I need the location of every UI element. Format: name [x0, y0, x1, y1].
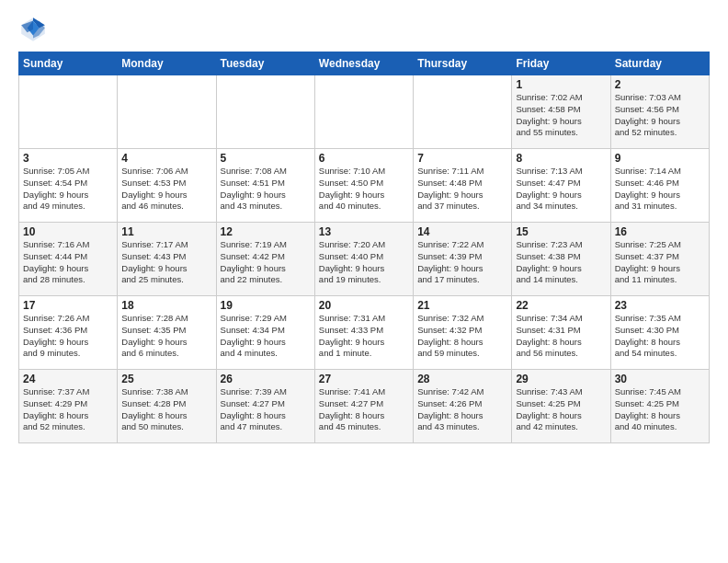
day-info: Sunrise: 7:35 AM Sunset: 4:30 PM Dayligh…: [615, 313, 705, 360]
day-info: Sunrise: 7:16 AM Sunset: 4:44 PM Dayligh…: [23, 239, 113, 286]
calendar-cell: [314, 75, 413, 149]
day-number: 7: [417, 152, 507, 165]
calendar-cell: 23Sunrise: 7:35 AM Sunset: 4:30 PM Dayli…: [610, 296, 709, 370]
calendar-body: 1Sunrise: 7:02 AM Sunset: 4:58 PM Daylig…: [19, 75, 710, 443]
day-info: Sunrise: 7:03 AM Sunset: 4:56 PM Dayligh…: [615, 92, 705, 139]
calendar: SundayMondayTuesdayWednesdayThursdayFrid…: [18, 52, 710, 443]
day-number: 29: [516, 373, 606, 385]
calendar-cell: 25Sunrise: 7:38 AM Sunset: 4:28 PM Dayli…: [118, 370, 216, 443]
calendar-cell: 12Sunrise: 7:19 AM Sunset: 4:42 PM Dayli…: [216, 223, 314, 296]
day-number: 2: [615, 78, 705, 91]
calendar-cell: 2Sunrise: 7:03 AM Sunset: 4:56 PM Daylig…: [610, 75, 709, 149]
calendar-cell: 30Sunrise: 7:45 AM Sunset: 4:25 PM Dayli…: [610, 370, 709, 443]
day-number: 19: [221, 299, 311, 312]
weekday-header-friday: Friday: [512, 52, 610, 75]
calendar-cell: 11Sunrise: 7:17 AM Sunset: 4:43 PM Dayli…: [118, 223, 216, 296]
day-number: 16: [615, 225, 705, 238]
calendar-cell: 14Sunrise: 7:22 AM Sunset: 4:39 PM Dayli…: [414, 223, 512, 296]
calendar-cell: 7Sunrise: 7:11 AM Sunset: 4:48 PM Daylig…: [414, 149, 512, 223]
day-info: Sunrise: 7:20 AM Sunset: 4:40 PM Dayligh…: [319, 239, 409, 286]
day-info: Sunrise: 7:31 AM Sunset: 4:33 PM Dayligh…: [319, 313, 409, 360]
day-info: Sunrise: 7:22 AM Sunset: 4:39 PM Dayligh…: [417, 239, 507, 286]
day-info: Sunrise: 7:29 AM Sunset: 4:34 PM Dayligh…: [221, 313, 311, 360]
day-number: 6: [319, 152, 409, 165]
calendar-week-5: 24Sunrise: 7:37 AM Sunset: 4:29 PM Dayli…: [19, 370, 710, 443]
day-number: 22: [516, 299, 606, 312]
day-info: Sunrise: 7:13 AM Sunset: 4:47 PM Dayligh…: [516, 166, 606, 213]
day-number: 17: [23, 299, 113, 312]
calendar-cell: 9Sunrise: 7:14 AM Sunset: 4:46 PM Daylig…: [610, 149, 709, 223]
day-number: 5: [221, 152, 311, 165]
day-info: Sunrise: 7:28 AM Sunset: 4:35 PM Dayligh…: [121, 313, 211, 360]
weekday-header-row: SundayMondayTuesdayWednesdayThursdayFrid…: [19, 52, 710, 75]
calendar-cell: 13Sunrise: 7:20 AM Sunset: 4:40 PM Dayli…: [314, 223, 413, 296]
day-number: 10: [23, 225, 113, 238]
calendar-cell: 19Sunrise: 7:29 AM Sunset: 4:34 PM Dayli…: [216, 296, 314, 370]
day-info: Sunrise: 7:42 AM Sunset: 4:26 PM Dayligh…: [417, 386, 507, 433]
day-number: 14: [417, 225, 507, 238]
day-number: 3: [23, 152, 113, 165]
weekday-header-tuesday: Tuesday: [216, 52, 314, 75]
day-info: Sunrise: 7:43 AM Sunset: 4:25 PM Dayligh…: [516, 386, 606, 433]
day-number: 25: [121, 373, 211, 385]
day-number: 1: [516, 78, 606, 91]
day-number: 11: [121, 225, 211, 238]
weekday-header-monday: Monday: [118, 52, 216, 75]
day-number: 18: [121, 299, 211, 312]
calendar-cell: 3Sunrise: 7:05 AM Sunset: 4:54 PM Daylig…: [19, 149, 118, 223]
calendar-cell: [19, 75, 118, 149]
day-info: Sunrise: 7:32 AM Sunset: 4:32 PM Dayligh…: [417, 313, 507, 360]
day-info: Sunrise: 7:19 AM Sunset: 4:42 PM Dayligh…: [221, 239, 311, 286]
calendar-cell: 6Sunrise: 7:10 AM Sunset: 4:50 PM Daylig…: [314, 149, 413, 223]
calendar-cell: 1Sunrise: 7:02 AM Sunset: 4:58 PM Daylig…: [512, 75, 610, 149]
calendar-cell: 8Sunrise: 7:13 AM Sunset: 4:47 PM Daylig…: [512, 149, 610, 223]
calendar-cell: 5Sunrise: 7:08 AM Sunset: 4:51 PM Daylig…: [216, 149, 314, 223]
day-info: Sunrise: 7:25 AM Sunset: 4:37 PM Dayligh…: [615, 239, 705, 286]
day-info: Sunrise: 7:14 AM Sunset: 4:46 PM Dayligh…: [615, 166, 705, 213]
logo: [18, 15, 51, 44]
calendar-cell: 22Sunrise: 7:34 AM Sunset: 4:31 PM Dayli…: [512, 296, 610, 370]
day-info: Sunrise: 7:17 AM Sunset: 4:43 PM Dayligh…: [121, 239, 211, 286]
calendar-cell: 28Sunrise: 7:42 AM Sunset: 4:26 PM Dayli…: [414, 370, 512, 443]
day-number: 24: [23, 373, 113, 385]
day-info: Sunrise: 7:34 AM Sunset: 4:31 PM Dayligh…: [516, 313, 606, 360]
calendar-week-2: 3Sunrise: 7:05 AM Sunset: 4:54 PM Daylig…: [19, 149, 710, 223]
day-number: 9: [615, 152, 705, 165]
calendar-week-1: 1Sunrise: 7:02 AM Sunset: 4:58 PM Daylig…: [19, 75, 710, 149]
day-info: Sunrise: 7:11 AM Sunset: 4:48 PM Dayligh…: [417, 166, 507, 213]
calendar-cell: 20Sunrise: 7:31 AM Sunset: 4:33 PM Dayli…: [314, 296, 413, 370]
calendar-cell: 4Sunrise: 7:06 AM Sunset: 4:53 PM Daylig…: [118, 149, 216, 223]
calendar-cell: 16Sunrise: 7:25 AM Sunset: 4:37 PM Dayli…: [610, 223, 709, 296]
day-info: Sunrise: 7:10 AM Sunset: 4:50 PM Dayligh…: [319, 166, 409, 213]
calendar-cell: 27Sunrise: 7:41 AM Sunset: 4:27 PM Dayli…: [314, 370, 413, 443]
day-info: Sunrise: 7:26 AM Sunset: 4:36 PM Dayligh…: [23, 313, 113, 360]
weekday-header-saturday: Saturday: [610, 52, 709, 75]
weekday-header-sunday: Sunday: [19, 52, 118, 75]
day-info: Sunrise: 7:41 AM Sunset: 4:27 PM Dayligh…: [319, 386, 409, 433]
day-number: 8: [516, 152, 606, 165]
day-info: Sunrise: 7:39 AM Sunset: 4:27 PM Dayligh…: [221, 386, 311, 433]
calendar-week-3: 10Sunrise: 7:16 AM Sunset: 4:44 PM Dayli…: [19, 223, 710, 296]
day-number: 30: [615, 373, 705, 385]
calendar-cell: [414, 75, 512, 149]
day-number: 23: [615, 299, 705, 312]
day-info: Sunrise: 7:23 AM Sunset: 4:38 PM Dayligh…: [516, 239, 606, 286]
weekday-header-wednesday: Wednesday: [314, 52, 413, 75]
day-number: 27: [319, 373, 409, 385]
calendar-cell: 18Sunrise: 7:28 AM Sunset: 4:35 PM Dayli…: [118, 296, 216, 370]
day-number: 26: [221, 373, 311, 385]
page: SundayMondayTuesdayWednesdayThursdayFrid…: [0, 0, 728, 563]
logo-icon: [18, 15, 48, 44]
calendar-cell: 10Sunrise: 7:16 AM Sunset: 4:44 PM Dayli…: [19, 223, 118, 296]
calendar-cell: 26Sunrise: 7:39 AM Sunset: 4:27 PM Dayli…: [216, 370, 314, 443]
day-info: Sunrise: 7:38 AM Sunset: 4:28 PM Dayligh…: [121, 386, 211, 433]
calendar-cell: 15Sunrise: 7:23 AM Sunset: 4:38 PM Dayli…: [512, 223, 610, 296]
day-number: 20: [319, 299, 409, 312]
calendar-cell: 29Sunrise: 7:43 AM Sunset: 4:25 PM Dayli…: [512, 370, 610, 443]
day-number: 21: [417, 299, 507, 312]
day-number: 12: [221, 225, 311, 238]
header: [18, 15, 710, 44]
day-info: Sunrise: 7:06 AM Sunset: 4:53 PM Dayligh…: [121, 166, 211, 213]
day-info: Sunrise: 7:45 AM Sunset: 4:25 PM Dayligh…: [615, 386, 705, 433]
calendar-cell: [216, 75, 314, 149]
